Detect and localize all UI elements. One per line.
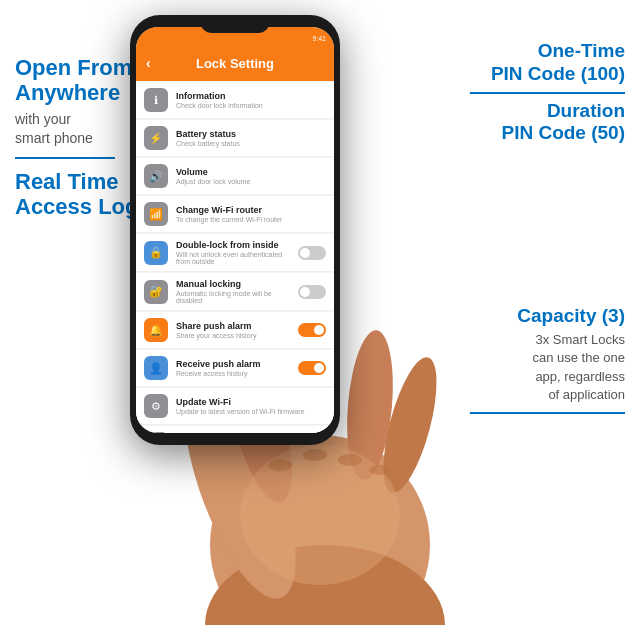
setting-desc-8: Update to latest version of Wi-Fi firmwa…	[176, 408, 326, 415]
setting-text-8: Update Wi-FiUpdate to latest version of …	[176, 397, 326, 415]
setting-text-6: Share push alarmShare your access histor…	[176, 321, 298, 339]
divider-3	[470, 412, 625, 414]
setting-title-8: Update Wi-Fi	[176, 397, 326, 407]
setting-title-4: Double-lock from inside	[176, 240, 298, 250]
svg-point-9	[338, 454, 362, 466]
toggle-knob-6	[314, 325, 324, 335]
setting-item-0[interactable]: ℹInformationCheck door lock information	[136, 82, 334, 119]
settings-list: ℹInformationCheck door lock information⚡…	[136, 81, 334, 433]
setting-text-0: InformationCheck door lock information	[176, 91, 326, 109]
duration-label: DurationPIN Code (50)	[470, 100, 625, 146]
setting-desc-1: Check battery status	[176, 140, 326, 147]
capacity-section: Capacity (3) 3x Smart Lockscan use the o…	[470, 305, 625, 414]
phone-frame: 9:41 ‹ Lock Setting ℹInformationCheck do…	[130, 15, 340, 445]
toggle-knob-5	[300, 287, 310, 297]
setting-icon-6: 🔔	[144, 318, 168, 342]
toggle-knob-7	[314, 363, 324, 373]
setting-title-2: Volume	[176, 167, 326, 177]
setting-icon-2: 🔊	[144, 164, 168, 188]
app-header[interactable]: ‹ Lock Setting	[136, 49, 334, 81]
svg-point-8	[303, 449, 327, 461]
setting-title-1: Battery status	[176, 129, 326, 139]
setting-title-3: Change Wi-Fi router	[176, 205, 326, 215]
capacity-desc: 3x Smart Lockscan use the oneapp, regard…	[470, 331, 625, 404]
setting-text-7: Receive push alarmReceive access history	[176, 359, 298, 377]
toggle-7[interactable]	[298, 361, 326, 375]
toggle-5[interactable]	[298, 285, 326, 299]
setting-icon-5: 🔐	[144, 280, 168, 304]
phone-wrapper: 9:41 ‹ Lock Setting ℹInformationCheck do…	[210, 15, 430, 625]
header-title: Lock Setting	[196, 56, 274, 71]
phone-screen: 9:41 ‹ Lock Setting ℹInformationCheck do…	[136, 27, 334, 433]
setting-title-5: Manual locking	[176, 279, 298, 289]
setting-item-5[interactable]: 🔐Manual lockingAutomatic locking mode wi…	[136, 273, 334, 311]
setting-item-3[interactable]: 📶Change Wi-Fi routerTo change the curren…	[136, 196, 334, 233]
svg-point-7	[268, 459, 292, 471]
setting-text-4: Double-lock from insideWill not unlock e…	[176, 240, 298, 265]
setting-item-6[interactable]: 🔔Share push alarmShare your access histo…	[136, 312, 334, 349]
setting-text-1: Battery statusCheck battery status	[176, 129, 326, 147]
setting-item-2[interactable]: 🔊VolumeAdjust door lock volume	[136, 158, 334, 195]
setting-icon-0: ℹ	[144, 88, 168, 112]
setting-icon-8: ⚙	[144, 394, 168, 418]
svg-point-10	[369, 465, 391, 475]
setting-desc-5: Automatic locking mode will be disabled	[176, 290, 298, 304]
setting-item-7[interactable]: 👤Receive push alarmReceive access histor…	[136, 350, 334, 387]
setting-desc-0: Check door lock information	[176, 102, 326, 109]
setting-icon-4: 🔒	[144, 241, 168, 265]
setting-item-4[interactable]: 🔒Double-lock from insideWill not unlock …	[136, 234, 334, 272]
setting-title-7: Receive push alarm	[176, 359, 298, 369]
notch	[200, 15, 270, 33]
setting-title-6: Share push alarm	[176, 321, 298, 331]
setting-icon-9: 🗑	[144, 432, 168, 433]
setting-desc-3: To change the current Wi-Fi router	[176, 216, 326, 223]
setting-desc-2: Adjust door lock volume	[176, 178, 326, 185]
right-panel: One-Time PIN Code (100) DurationPIN Code…	[470, 40, 625, 414]
divider-1	[15, 157, 115, 159]
setting-text-3: Change Wi-Fi routerTo change the current…	[176, 205, 326, 223]
setting-desc-4: Will not unlock even authenticated from …	[176, 251, 298, 265]
divider-2	[470, 92, 625, 94]
setting-item-1[interactable]: ⚡Battery statusCheck battery status	[136, 120, 334, 157]
setting-icon-3: 📶	[144, 202, 168, 226]
toggle-knob-4	[300, 248, 310, 258]
setting-icon-7: 👤	[144, 356, 168, 380]
toggle-4[interactable]	[298, 246, 326, 260]
setting-desc-7: Receive access history	[176, 370, 298, 377]
back-button[interactable]: ‹	[146, 55, 151, 71]
setting-item-8[interactable]: ⚙Update Wi-FiUpdate to latest version of…	[136, 388, 334, 425]
setting-text-5: Manual lockingAutomatic locking mode wil…	[176, 279, 298, 304]
one-time-label: One-Time PIN Code (100)	[470, 40, 625, 86]
setting-text-2: VolumeAdjust door lock volume	[176, 167, 326, 185]
capacity-title: Capacity (3)	[470, 305, 625, 327]
setting-item-9[interactable]: 🗑Delete door lock	[136, 426, 334, 433]
setting-title-0: Information	[176, 91, 326, 101]
toggle-6[interactable]	[298, 323, 326, 337]
setting-icon-1: ⚡	[144, 126, 168, 150]
setting-desc-6: Share your access history	[176, 332, 298, 339]
